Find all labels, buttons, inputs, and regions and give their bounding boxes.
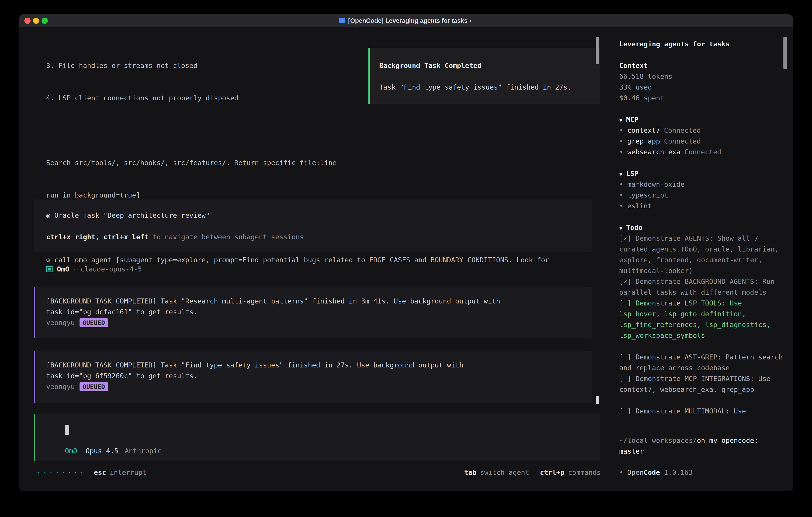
mcp-item: •grep_appConnected: [619, 136, 785, 146]
workspace-path: ~/local-workspaces/oh-my-opencode: maste…: [619, 435, 758, 457]
spacer: [379, 71, 601, 82]
subagent-navigation-hint: ctrl+x right, ctrl+x left to navigate be…: [46, 232, 592, 242]
gear-icon: ⚙: [46, 256, 54, 264]
todo-section-header[interactable]: ▼Todo: [619, 222, 785, 233]
chevron-down-icon: ▼: [619, 225, 622, 231]
mcp-item: •context7Connected: [619, 125, 785, 136]
oracle-task-title: ◉ Oracle Task "Deep architecture review": [46, 210, 592, 221]
agent-name: OmO: [57, 264, 69, 274]
sidebar: Leveraging agents for tasks Context 66,5…: [611, 28, 793, 491]
scrollbar-thumb[interactable]: [596, 396, 599, 404]
mcp-item: •websearch_exaConnected: [619, 146, 785, 157]
todo-item: [ ] Demonstrate MCP INTEGRATIONS: Use co…: [619, 373, 785, 395]
log-line: Search src/tools/, src/hooks/, src/featu…: [46, 157, 549, 168]
message-author: yeongyu: [46, 317, 75, 328]
status-bar: ········ esc interrupt tab switch agent …: [37, 467, 601, 478]
message-text: task_id="bg_6f59260c" to get results.: [46, 371, 592, 381]
model-provider-label: Anthropic: [125, 445, 162, 456]
scrollbar-thumb[interactable]: [783, 37, 787, 69]
status-bar-right: tab switch agent ctrl+p commands: [464, 467, 601, 478]
document-icon: [339, 18, 345, 23]
spacer: [619, 157, 785, 168]
toast-body: Task "Find type safety issues" finished …: [379, 82, 601, 92]
agent-header: OmO · claude-opus-4-5: [46, 264, 142, 274]
lsp-item: •typescript: [619, 190, 785, 200]
hint-text: to navigate between subagent sessions: [148, 233, 304, 241]
lsp-item: •markdown-oxide: [619, 179, 785, 190]
todo-item: [✓] Demonstrate BACKGROUND AGENTS: Run p…: [619, 276, 785, 298]
context-heading: Context: [619, 60, 785, 71]
record-icon: ◉: [46, 211, 54, 219]
tab-hint: tab switch agent: [464, 467, 529, 478]
app-window: [OpenCode] Leveraging agents for tasks ◐…: [19, 14, 793, 491]
esc-key-label: interrupt: [110, 467, 146, 478]
context-spent: $0.46 spent: [619, 92, 785, 103]
status-badge: QUEUED: [80, 318, 108, 327]
bullet-icon: •: [619, 191, 623, 199]
activity-dots: ········: [37, 467, 86, 478]
context-tokens: 66,518 tokens: [619, 71, 785, 82]
bullet-icon: •: [619, 137, 623, 145]
hint-keys: ctrl+x right, ctrl+x left: [46, 233, 148, 241]
model-name-label: Opus 4.5: [86, 445, 118, 456]
agent-icon: [46, 266, 53, 272]
ctrlp-key-hint: ctrl+p: [540, 467, 564, 478]
context-used: 33% used: [619, 82, 785, 92]
status-badge: QUEUED: [80, 382, 108, 391]
todo-item: [ ] Demonstrate AST-GREP: Pattern search…: [619, 352, 785, 373]
window-title-text: [OpenCode] Leveraging agents for tasks ◐: [348, 16, 473, 26]
queued-message: [BACKGROUND TASK COMPLETED] Task "Resear…: [34, 287, 592, 338]
todo-item: [ ] Demonstrate LSP TOOLS: Use lsp_hover…: [619, 298, 785, 341]
agent-model: claude-opus-4-5: [81, 264, 142, 274]
close-button[interactable]: [24, 18, 31, 24]
window-controls: [24, 15, 48, 27]
ctrlp-key-label: commands: [568, 467, 601, 478]
text-cursor: [65, 425, 69, 435]
workspace-path-line: ~/local-workspaces/oh-my-opencode:: [619, 435, 758, 446]
tab-key-hint: tab: [464, 467, 476, 478]
log-line: [46, 125, 549, 136]
scrollbar-thumb[interactable]: [596, 37, 599, 64]
spacer: [619, 49, 785, 60]
log-line: run_in_background=true]: [46, 190, 549, 200]
active-agent-label: OmO: [65, 445, 77, 456]
oracle-task-panel: ◉ Oracle Task "Deep architecture review"…: [34, 199, 592, 252]
main-terminal: 3. File handles or streams not closed 4.…: [19, 28, 611, 491]
toast-title: Background Task Completed: [379, 60, 601, 71]
queued-message: [BACKGROUND TASK COMPLETED] Task "Find t…: [34, 351, 592, 403]
bullet-icon: •: [619, 126, 623, 134]
bullet-icon: •: [619, 180, 623, 188]
lsp-item: •eslint: [619, 200, 785, 211]
message-text: [BACKGROUND TASK COMPLETED] Task "Find t…: [46, 360, 592, 371]
background-task-toast: Background Task Completed Task "Find typ…: [368, 48, 601, 104]
titlebar: [OpenCode] Leveraging agents for tasks ◐: [19, 15, 793, 27]
esc-key-hint: esc: [94, 467, 106, 478]
message-meta: yeongyu QUEUED: [46, 317, 592, 328]
prompt-input[interactable]: OmO Opus 4.5 Anthropic: [34, 414, 601, 461]
bullet-icon: •: [619, 148, 623, 156]
git-branch: master: [619, 446, 758, 457]
spacer: [619, 103, 785, 114]
message-text: [BACKGROUND TASK COMPLETED] Task "Resear…: [46, 296, 592, 306]
model-info-row: OmO Opus 4.5 Anthropic: [65, 445, 162, 456]
message-author: yeongyu: [46, 381, 75, 392]
tab-key-label: switch agent: [480, 467, 529, 478]
spacer: [619, 211, 785, 222]
window-title: [OpenCode] Leveraging agents for tasks ◐: [339, 16, 473, 26]
chevron-down-icon: ▼: [619, 117, 622, 124]
message-text: task_id="bg_dcfac161" to get results.: [46, 306, 592, 317]
mcp-section-header[interactable]: ▼MCP: [619, 114, 785, 125]
lsp-section-header[interactable]: ▼LSP: [619, 168, 785, 179]
agent-icon-inner: [48, 268, 51, 271]
bullet-icon: •: [619, 468, 623, 477]
minimize-button[interactable]: [33, 18, 39, 24]
session-title: Leveraging agents for tasks: [619, 38, 785, 49]
todo-item: [✓] Demonstrate AGENTS: Show all 7 curat…: [619, 233, 785, 276]
chevron-down-icon: ▼: [619, 171, 622, 177]
bullet-icon: •: [619, 202, 623, 210]
message-meta: yeongyu QUEUED: [46, 381, 592, 392]
content-area: 3. File handles or streams not closed 4.…: [19, 28, 793, 491]
zoom-button[interactable]: [41, 18, 48, 24]
commands-hint: ctrl+p commands: [540, 467, 601, 478]
app-version: •OpenCode1.0.163: [619, 467, 693, 478]
